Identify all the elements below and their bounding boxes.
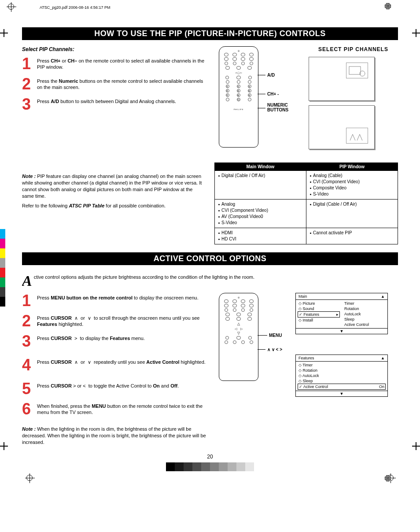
swatch — [228, 462, 236, 471]
menu-item: Active Control — [343, 322, 386, 327]
step: 1Press MENU button on the remote control… — [22, 293, 206, 309]
registration-circle-icon — [384, 3, 391, 10]
side-swatch — [0, 287, 5, 297]
step-number: 3 — [22, 333, 37, 349]
crop-mark-icon — [413, 443, 419, 449]
menu-item: ◇ Picture — [298, 301, 340, 306]
step-number: 6 — [22, 401, 37, 417]
active-control-intro: A ctive control options adjusts the pict… — [22, 271, 398, 287]
step-number: 4 — [22, 357, 37, 373]
pdf-header: ATSC_pg20.pdf 2006-08-16 4:56:17 PM — [40, 5, 398, 10]
step: 2Press CURSOR ∧ or ∨ to scroll through t… — [22, 313, 206, 329]
table-cell: Cannot activate PIP — [306, 228, 398, 244]
section-title-pip: HOW TO USE THE PIP (PICTURE-IN-PICTURE) … — [22, 27, 398, 40]
pip-note: Note : PIP feature can display one chann… — [22, 173, 206, 199]
step-number: 2 — [22, 76, 37, 92]
tv-figure-1 — [309, 57, 375, 101]
registration-mark-icon — [26, 475, 33, 481]
step: 6When finished, press the MENU button on… — [22, 401, 206, 417]
active-control-steps: 1Press MENU button on the remote control… — [22, 293, 206, 417]
menu-item: ◇ AutoLock — [298, 373, 386, 378]
menu-item: Rotation — [343, 306, 386, 311]
active-control-row: 1Press MENU button on the remote control… — [22, 293, 398, 421]
step-text: Press CURSOR ∧ or ∨ to scroll through th… — [37, 313, 206, 328]
pip-steps: 1Press CH+ or CH– on the remote control … — [22, 56, 206, 112]
remote-control-icon: ◎ ◁ ◯ ▷ ①②③ ④⑤⑥ ⑦⑧⑨ ⓪ PHIL — [219, 46, 258, 148]
pip-channels-title: SELECT PIP CHANNELS — [309, 46, 398, 52]
osd-menu-main: Main▲ ◇ Picture◇ Sound✓ Features ▸◇ Inst… — [295, 293, 388, 334]
manual-page: ATSC_pg20.pdf 2006-08-16 4:56:17 PM HOW … — [0, 0, 420, 484]
callout-menu: MENU — [269, 333, 282, 338]
side-swatch — [0, 268, 5, 277]
table-header-pip: PIP Window — [306, 163, 398, 171]
step-text: Press A/D button to switch between Digit… — [37, 96, 206, 104]
swatch — [201, 462, 210, 471]
pip-table: Main Window PIP Window Digital (Cable / … — [214, 163, 398, 244]
swatch — [219, 462, 228, 471]
step: 3Press CURSOR > to display the Features … — [22, 333, 206, 349]
step-text: When finished, press the MENU button on … — [37, 401, 206, 416]
page-number: 20 — [22, 454, 398, 460]
swatch — [245, 462, 254, 471]
menu-item: AutoLock — [343, 311, 386, 317]
step: 5Press CURSOR > or < to toggle the Activ… — [22, 381, 206, 397]
crop-mark-icon — [413, 30, 419, 36]
menu-item: ◇ Sound — [298, 306, 340, 311]
menu-item: ◇ Sleep — [298, 378, 386, 384]
step: 2Press the Numeric buttons on the remote… — [22, 76, 206, 92]
step-text: Press CURSOR > or < to toggle the Active… — [37, 381, 206, 389]
tv-figure-2 — [309, 105, 375, 149]
menu-item: ✓ Active ControlOn — [298, 384, 386, 390]
svg-rect-0 — [349, 66, 361, 74]
step-number: 2 — [22, 313, 37, 329]
swatch — [210, 462, 219, 471]
step: 3Press A/D button to switch between Digi… — [22, 96, 206, 112]
callout-ad: A/D — [267, 73, 275, 78]
registration-circle-icon — [384, 475, 391, 482]
step: 1Press CH+ or CH– on the remote control … — [22, 56, 206, 72]
remote-figure: ◎ ◁ ◯ ▷ ①②③ ④⑤⑥ ⑦⑧⑨ ⓪ PHIL — [214, 46, 302, 161]
down-arrow-icon: ▼ — [296, 391, 387, 396]
menu-item: Timer — [343, 301, 386, 306]
remote-control-icon: ◎ △ ◁ ▷ ▽ — [219, 293, 258, 381]
side-swatch — [0, 277, 5, 287]
table-header-main: Main Window — [215, 163, 306, 171]
callout-cursor-arrows: ∧ ∨ < > — [267, 347, 282, 352]
side-swatch — [0, 297, 5, 307]
up-arrow-icon: ▲ — [381, 356, 385, 360]
table-cell: Analog (Cable)CVI (Component Video)Compo… — [306, 171, 398, 200]
side-swatch — [0, 258, 5, 268]
table-cell: HDMIHD CVI — [215, 228, 306, 244]
drop-cap: A — [22, 275, 32, 287]
side-swatch — [0, 229, 5, 239]
step-text: Press CH+ or CH– on the remote control t… — [37, 56, 206, 70]
step: 4Press CURSOR ∧ or ∨ repeatedly until yo… — [22, 357, 206, 373]
side-color-bar — [0, 229, 5, 307]
swatch — [192, 462, 201, 471]
pip-content-row: Select PIP Channels: 1Press CH+ or CH– o… — [22, 46, 398, 244]
remote-brand: PHILIPS — [222, 108, 255, 111]
step-number: 1 — [22, 56, 37, 72]
crop-mark-icon — [1, 443, 7, 449]
table-cell: Digital (Cable / Off Air) — [215, 171, 306, 200]
step-number: 5 — [22, 381, 37, 397]
callout-ch: CH+ - — [267, 92, 279, 96]
active-control-note: Note : When the lighting in the room is … — [22, 426, 211, 446]
table-cell: Digital (Cable / Off Air) — [306, 200, 398, 228]
step-text: Press CURSOR > to display the Features m… — [37, 333, 206, 341]
remote-figure-2: ◎ △ ◁ ▷ ▽ — [214, 293, 289, 416]
menu-item: ◇ Timer — [298, 362, 386, 368]
menu-item: ◇ Rotation — [298, 368, 386, 373]
step-text: Press MENU button on the remote control … — [37, 293, 206, 301]
section-title-active-control: ACTIVE CONTROL OPTIONS — [22, 252, 398, 265]
swatch — [175, 462, 184, 471]
table-cell: AnalogCVI (Component Video)AV (Composit … — [215, 200, 306, 228]
menu-item: Sleep — [343, 317, 386, 322]
grayscale-calibration-bar — [22, 462, 398, 471]
pip-note2: Refer to the following ATSC PIP Table fo… — [22, 203, 206, 209]
swatch — [166, 462, 175, 471]
step-text: Press CURSOR ∧ or ∨ repeatedly until you… — [37, 357, 206, 365]
registration-mark-icon — [8, 4, 14, 10]
callout-numeric: NUMERIC BUTTONS — [267, 103, 302, 112]
side-swatch — [0, 239, 5, 248]
